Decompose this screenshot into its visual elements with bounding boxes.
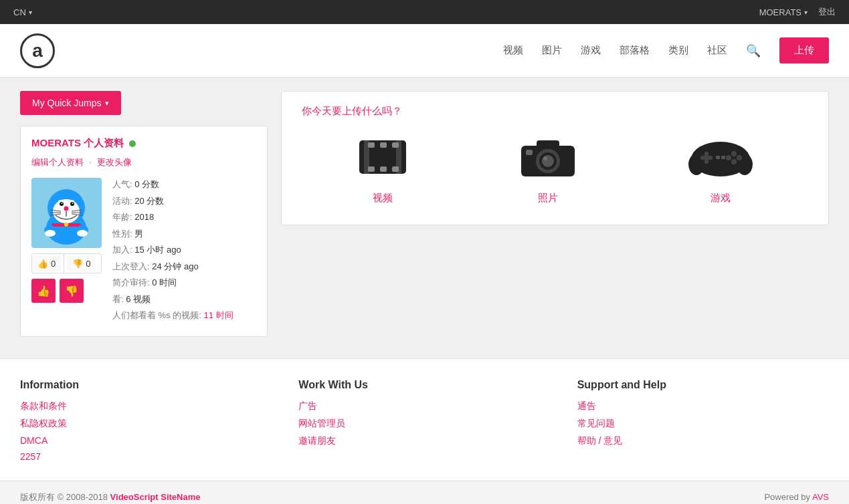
- edit-links: 编辑个人资料 · 更改头像: [31, 156, 256, 168]
- svg-point-45: [737, 155, 742, 160]
- footer-link-invite[interactable]: 邀请朋友: [298, 435, 550, 447]
- upload-option-game[interactable]: 游戏: [687, 134, 754, 205]
- svg-rect-49: [721, 156, 725, 159]
- footer-link-privacy[interactable]: 私隐权政策: [20, 418, 272, 430]
- svg-rect-26: [368, 142, 375, 148]
- header-nav: 视频 图片 游戏 部落格 类别 社区 🔍 上传: [503, 37, 829, 64]
- svg-rect-28: [392, 142, 399, 148]
- upload-option-video[interactable]: 视频: [356, 134, 409, 205]
- brand-name: VideoScript SiteName: [110, 492, 201, 502]
- upload-option-photo[interactable]: 照片: [518, 134, 578, 205]
- popularity-label: 人气:: [112, 179, 132, 189]
- avs-brand: AVS: [812, 492, 829, 502]
- svg-point-21: [45, 230, 56, 237]
- activity-value: 20 分数: [134, 196, 164, 206]
- watched-label: 看:: [112, 294, 124, 304]
- nav-video[interactable]: 视频: [503, 44, 523, 57]
- powered-by-text: Powered by AVS: [764, 492, 829, 502]
- popularity-value: 0 分数: [134, 179, 159, 189]
- nav-community[interactable]: 社区: [707, 44, 727, 57]
- about-value: 0 时间: [152, 277, 177, 287]
- footer-link-terms[interactable]: 条款和条件: [20, 400, 272, 412]
- footer-link-dmca[interactable]: DMCA: [20, 435, 272, 446]
- footer-link-ads[interactable]: 广告: [298, 400, 550, 412]
- edit-profile-link[interactable]: 编辑个人资料: [31, 157, 84, 167]
- svg-point-9: [64, 207, 69, 211]
- powered-by-label: Powered by: [764, 492, 812, 502]
- copyright-text: 版权所有 © 2008-2018 VideoScript SiteName: [20, 491, 200, 503]
- nav-game[interactable]: 游戏: [581, 44, 601, 57]
- vote-down-count: 👎 0: [67, 256, 96, 271]
- footer-link-webmaster[interactable]: 网站管理员: [298, 418, 550, 430]
- last-login-label: 上次登入:: [112, 261, 150, 271]
- footer-information-title: Information: [20, 379, 272, 391]
- svg-rect-29: [368, 166, 375, 172]
- vote-down-value: 0: [86, 259, 90, 269]
- svg-rect-48: [716, 156, 720, 159]
- footer-bottom: 版权所有 © 2008-2018 VideoScript SiteName Po…: [0, 481, 849, 504]
- upload-prompt-card: 你今天要上传什么吗？: [281, 91, 829, 225]
- left-panel: My Quick Jumps MOERATS 个人资料 编辑个人资料 · 更改头…: [20, 91, 268, 345]
- upload-button[interactable]: 上传: [779, 37, 829, 64]
- nav-blog[interactable]: 部落格: [620, 44, 650, 57]
- profile-body: 👍 0 👎 0 👍 👎 人气:: [31, 178, 256, 326]
- svg-point-37: [543, 156, 547, 160]
- svg-point-47: [726, 155, 731, 160]
- upload-game-label: 游戏: [711, 192, 731, 205]
- top-nav: CN MOERATS 登出: [0, 0, 849, 24]
- copyright-notice: 版权所有 © 2008-2018: [20, 492, 110, 502]
- header: a 视频 图片 游戏 部落格 类别 社区 🔍 上传: [0, 24, 849, 78]
- online-indicator: [129, 140, 136, 147]
- upload-video-label: 视频: [373, 192, 393, 205]
- upload-options: 视频: [302, 134, 808, 205]
- footer-col-information: Information 条款和条件 私隐权政策 DMCA 2257: [20, 379, 272, 467]
- last-login-value: 24 分钟 ago: [152, 261, 198, 271]
- svg-point-7: [62, 203, 63, 204]
- vote-display: 👍 0 👎 0: [31, 253, 102, 273]
- nav-category[interactable]: 类别: [668, 44, 688, 57]
- watched-value: 6 视频: [126, 294, 151, 304]
- vote-action-row: 👍 👎: [31, 279, 102, 303]
- vote-up-count: 👍 0: [32, 256, 61, 271]
- vote-up-value: 0: [51, 259, 56, 269]
- user-menu[interactable]: MOERATS: [759, 7, 808, 17]
- gender-value: 男: [134, 229, 143, 239]
- nav-photo[interactable]: 图片: [542, 44, 562, 57]
- footer-link-2257[interactable]: 2257: [20, 451, 272, 462]
- change-avatar-link[interactable]: 更改头像: [97, 157, 132, 167]
- upload-prompt-title: 你今天要上传什么吗？: [302, 105, 808, 118]
- svg-rect-33: [537, 140, 559, 148]
- footer-main: Information 条款和条件 私隐权政策 DMCA 2257 Work W…: [0, 358, 849, 481]
- svg-point-5: [60, 202, 64, 206]
- svg-rect-31: [392, 166, 399, 172]
- footer-support-title: Support and Help: [577, 379, 829, 391]
- footer-col-work: Work With Us 广告 网站管理员 邀请朋友: [298, 379, 550, 467]
- people-watch-label: 人们都看着 %s 的视频:: [112, 310, 201, 320]
- joined-value: 15 小时 ago: [134, 245, 181, 255]
- logout-button[interactable]: 登出: [818, 6, 836, 18]
- language-selector[interactable]: CN: [13, 7, 32, 17]
- profile-info: 人气: 0 分数 活动: 20 分数 年龄: 2018 性别: 男 加入: 15…: [112, 178, 233, 326]
- footer-work-title: Work With Us: [298, 379, 550, 391]
- age-value: 2018: [134, 212, 154, 222]
- svg-point-22: [77, 230, 88, 237]
- main-content: My Quick Jumps MOERATS 个人资料 编辑个人资料 · 更改头…: [0, 78, 849, 358]
- svg-point-6: [70, 202, 74, 206]
- footer-link-notice[interactable]: 通告: [577, 400, 829, 412]
- svg-point-18: [64, 223, 68, 227]
- camera-icon: [518, 134, 578, 182]
- footer-link-faq[interactable]: 常见问题: [577, 418, 829, 430]
- quick-jumps-button[interactable]: My Quick Jumps: [20, 91, 121, 115]
- footer-col-support: Support and Help 通告 常见问题 帮助 / 意见: [577, 379, 829, 467]
- vote-up-button[interactable]: 👍: [31, 279, 56, 303]
- svg-point-46: [731, 159, 737, 164]
- footer-link-help[interactable]: 帮助 / 意见: [577, 435, 829, 447]
- film-icon: [356, 134, 409, 182]
- search-icon-button[interactable]: 🔍: [746, 43, 761, 58]
- people-watch-value[interactable]: 11 时间: [204, 310, 233, 320]
- thumb-down-icon: 👎: [72, 259, 83, 269]
- gender-label: 性别:: [112, 229, 132, 239]
- vote-down-button[interactable]: 👎: [60, 279, 84, 303]
- profile-name[interactable]: MOERATS 个人资料: [31, 137, 124, 150]
- logo[interactable]: a: [20, 33, 55, 68]
